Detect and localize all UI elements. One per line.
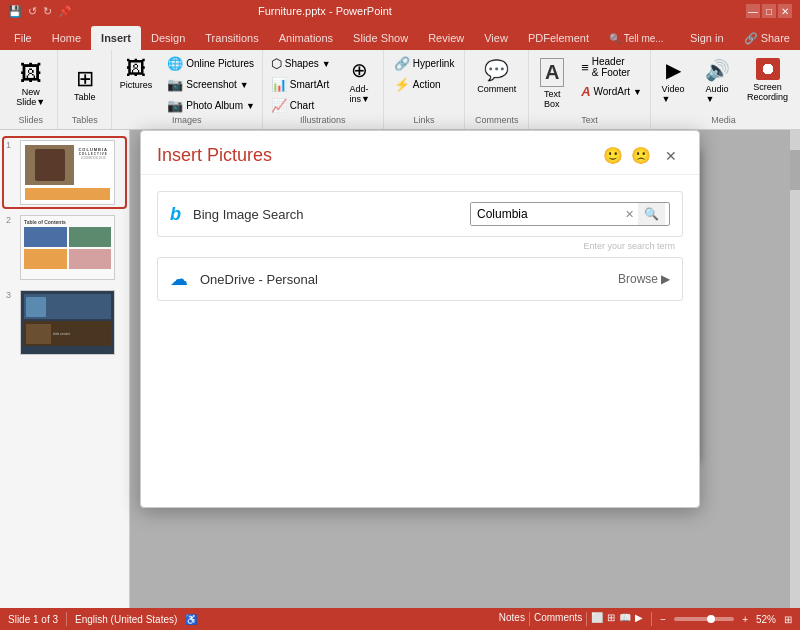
ribbon-group-images-label: Images	[172, 115, 202, 125]
slide-count: Slide 1 of 3	[8, 614, 58, 625]
hyperlink-button[interactable]: 🔗 Hyperlink	[389, 54, 460, 73]
tab-review[interactable]: Review	[418, 26, 474, 50]
zoom-thumb	[707, 615, 715, 623]
ribbon-group-media-label: Media	[711, 115, 736, 125]
onedrive-icon: ☁	[170, 268, 188, 290]
dialog-close-button[interactable]: ✕	[659, 146, 683, 166]
screenshot-label: Screenshot	[186, 79, 237, 90]
zoom-slider[interactable]	[674, 617, 734, 621]
browse-button[interactable]: Browse ▶	[618, 272, 670, 286]
bing-search-button[interactable]: 🔍	[638, 203, 665, 225]
reading-view-icon[interactable]: 📖	[619, 612, 631, 626]
dialog-body: b Bing Image Search ✕ 🔍 Enter your searc…	[141, 175, 699, 507]
video-label: Video▼	[662, 84, 685, 104]
window-controls[interactable]: — □ ✕	[746, 4, 792, 18]
table-icon: ⊞	[76, 68, 94, 90]
slide-sorter-icon[interactable]: ⊞	[607, 612, 615, 626]
smartart-label: SmartArt	[290, 79, 329, 90]
header-footer-button[interactable]: ≡ Header& Footer	[576, 54, 647, 80]
tab-signin[interactable]: Sign in	[680, 26, 734, 50]
screenshot-icon: 📷	[167, 77, 183, 92]
smartart-button[interactable]: 📊 SmartArt	[266, 75, 336, 94]
tab-view[interactable]: View	[474, 26, 518, 50]
chart-icon: 📈	[271, 98, 287, 113]
slide-preview-2: Table of Contents	[20, 215, 115, 280]
online-pictures-button[interactable]: 🌐 Online Pictures	[162, 54, 260, 73]
pictures-icon: 🖼	[126, 58, 146, 78]
zoom-in-icon[interactable]: +	[742, 614, 748, 625]
ribbon-group-illustrations: ⬡ Shapes ▼ 📊 SmartArt 📈 Chart ⊕ Add-ins▼…	[263, 50, 384, 129]
bing-clear-button[interactable]: ✕	[621, 204, 638, 225]
zoom-level[interactable]: 52%	[756, 614, 776, 625]
pictures-button[interactable]: 🖼 Pictures	[114, 54, 159, 94]
tab-insert[interactable]: Insert	[91, 26, 141, 50]
bing-search-input[interactable]	[471, 203, 621, 225]
shapes-button[interactable]: ⬡ Shapes ▼	[266, 54, 336, 73]
tab-home[interactable]: Home	[42, 26, 91, 50]
scrollbar-thumb[interactable]	[790, 150, 800, 190]
tab-slideshow[interactable]: Slide Show	[343, 26, 418, 50]
slide-thumb-3[interactable]: 3 slide content	[4, 288, 125, 357]
comment-button[interactable]: 💬 Comment	[471, 54, 522, 98]
bing-search-icon: 🔍	[644, 207, 659, 221]
maximize-button[interactable]: □	[762, 4, 776, 18]
text-box-icon: A	[540, 58, 564, 87]
slide-thumb-1[interactable]: 1 COLUMBIA COLLECTIVE LOOKBOOK 2019	[4, 138, 125, 207]
tab-animations[interactable]: Animations	[269, 26, 343, 50]
text-box-label: TextBox	[544, 89, 561, 109]
fit-slide-icon[interactable]: ⊞	[784, 614, 792, 625]
smartart-icon: 📊	[271, 77, 287, 92]
ribbon-group-media: ▶ Video▼ 🔊 Audio▼ ⏺ ScreenRecording Medi…	[651, 50, 796, 129]
ribbon-group-slides-label: Slides	[18, 115, 43, 125]
tab-file[interactable]: File	[4, 26, 42, 50]
photo-album-button[interactable]: 📷 Photo Album ▼	[162, 96, 260, 115]
zoom-out-icon[interactable]: −	[660, 614, 666, 625]
tab-transitions[interactable]: Transitions	[195, 26, 268, 50]
status-bar: Slide 1 of 3 English (United States) ♿ N…	[0, 608, 800, 630]
tab-design[interactable]: Design	[141, 26, 195, 50]
status-left: Slide 1 of 3 English (United States) ♿	[8, 612, 197, 626]
vertical-scrollbar[interactable]	[790, 130, 800, 608]
chart-label: Chart	[290, 100, 314, 111]
tab-tell-me[interactable]: 🔍 Tell me...	[599, 26, 674, 50]
add-ins-button[interactable]: ⊕ Add-ins▼	[340, 54, 380, 108]
slide-preview-1: COLUMBIA COLLECTIVE LOOKBOOK 2019	[20, 140, 115, 205]
hyperlink-icon: 🔗	[394, 56, 410, 71]
screenshot-button[interactable]: 📷 Screenshot ▼	[162, 75, 260, 94]
tab-pdfelement[interactable]: PDFelement	[518, 26, 599, 50]
audio-icon: 🔊	[705, 58, 730, 82]
shapes-icon: ⬡	[271, 56, 282, 71]
new-slide-button[interactable]: 🖼 NewSlide▼	[10, 59, 51, 111]
ribbon-group-text: A TextBox ≡ Header& Footer A WordArt ▼ T…	[529, 50, 651, 129]
bing-label: Bing Image Search	[193, 207, 458, 222]
ribbon-group-images: 🖼 Pictures 🌐 Online Pictures 📷 Screensho…	[112, 50, 263, 129]
accessibility-icon[interactable]: ♿	[185, 614, 197, 625]
ribbon-group-links: 🔗 Hyperlink ⚡ Action Links	[384, 50, 466, 129]
action-button[interactable]: ⚡ Action	[389, 75, 460, 94]
comments-button[interactable]: Comments	[534, 612, 582, 626]
screen-recording-button[interactable]: ⏺ ScreenRecording	[741, 54, 794, 115]
table-button[interactable]: ⊞ Table	[65, 64, 105, 106]
hyperlink-label: Hyperlink	[413, 58, 455, 69]
add-ins-label: Add-ins▼	[349, 84, 369, 104]
minimize-button[interactable]: —	[746, 4, 760, 18]
tab-share[interactable]: 🔗 Share	[734, 26, 800, 50]
slide-thumb-2[interactable]: 2 Table of Contents	[4, 213, 125, 282]
app-icon: 💾	[8, 5, 22, 18]
slide-panel: 1 COLUMBIA COLLECTIVE LOOKBOOK 2019	[0, 130, 130, 608]
wordart-icon: A	[581, 84, 590, 99]
ribbon-group-comments-label: Comments	[475, 115, 519, 125]
chart-button[interactable]: 📈 Chart	[266, 96, 336, 115]
notes-button[interactable]: Notes	[499, 612, 525, 626]
ribbon-slides-buttons: 🖼 NewSlide▼	[10, 54, 51, 115]
video-button[interactable]: ▶ Video▼	[653, 54, 693, 115]
normal-view-icon[interactable]: ⬜	[591, 612, 603, 626]
onedrive-label: OneDrive - Personal	[200, 272, 606, 287]
audio-button[interactable]: 🔊 Audio▼	[697, 54, 737, 115]
wordart-button[interactable]: A WordArt ▼	[576, 82, 647, 101]
view-icons: Notes Comments ⬜ ⊞ 📖 ▶	[499, 612, 643, 626]
dialog-title: Insert Pictures	[157, 145, 272, 166]
slideshow-icon[interactable]: ▶	[635, 612, 643, 626]
text-box-button[interactable]: A TextBox	[532, 54, 572, 113]
close-button[interactable]: ✕	[778, 4, 792, 18]
